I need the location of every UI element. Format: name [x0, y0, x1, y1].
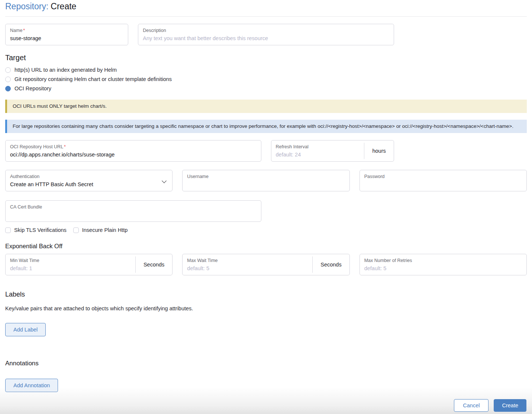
- refresh-interval-field[interactable]: Refresh Interval hours: [271, 140, 394, 162]
- radio-button-icon[interactable]: [5, 86, 11, 91]
- description-input[interactable]: [143, 33, 389, 41]
- row-name-description: Name* Description: [5, 24, 527, 45]
- oci-url-label: OCI Repository Host URL*: [10, 144, 257, 150]
- repository-create-page: Repository:Create Name* Description Targ…: [0, 0, 532, 392]
- name-label: Name*: [10, 28, 123, 33]
- max-wait-field[interactable]: Max Wait Time Seconds: [182, 254, 349, 275]
- page-title: Repository:Create: [5, 1, 527, 12]
- labels-heading: Labels: [5, 291, 527, 298]
- ca-cert-field[interactable]: CA Cert Bundle: [5, 200, 261, 222]
- insecure-http-checkbox-item[interactable]: Insecure Plain Http: [73, 227, 128, 233]
- row-ca-cert: CA Cert Bundle: [5, 200, 527, 222]
- name-input[interactable]: [10, 33, 123, 41]
- description-field[interactable]: Description: [138, 24, 394, 45]
- radio-button-icon[interactable]: [5, 77, 11, 82]
- refresh-interval-input[interactable]: [276, 150, 360, 158]
- create-button[interactable]: Create: [494, 399, 526, 412]
- backoff-heading: Exponential Back Off: [5, 243, 527, 250]
- checkbox-label: Insecure Plain Http: [82, 227, 128, 233]
- page-title-resource: Repository:: [5, 1, 48, 11]
- target-option-git[interactable]: Git repository containing Helm chart or …: [5, 76, 527, 82]
- username-label: Username: [187, 174, 345, 179]
- max-wait-main: Max Wait Time: [183, 254, 312, 275]
- ca-cert-label: CA Cert Bundle: [10, 204, 257, 210]
- min-wait-main: Min Wait Time: [6, 254, 135, 275]
- radio-button-icon[interactable]: [5, 67, 11, 73]
- form-footer: Cancel Create: [0, 387, 532, 414]
- skip-tls-checkbox-item[interactable]: Skip TLS Verifications: [5, 227, 67, 233]
- row-authentication: Authentication Create an HTTP Basic Auth…: [5, 170, 527, 191]
- annotations-heading: Annotations: [5, 360, 527, 367]
- page-header: Repository:Create: [5, 1, 527, 17]
- warning-banner: OCI URLs must ONLY target helm chart/s.: [5, 100, 527, 113]
- tls-options-row: Skip TLS Verifications Insecure Plain Ht…: [5, 227, 527, 233]
- refresh-interval-label: Refresh Interval: [276, 144, 360, 150]
- password-input[interactable]: [364, 179, 522, 187]
- max-wait-label: Max Wait Time: [187, 258, 308, 263]
- target-option-http[interactable]: http(s) URL to an index generated by Hel…: [5, 67, 527, 73]
- authentication-label: Authentication: [10, 174, 168, 179]
- oci-url-field[interactable]: OCI Repository Host URL*: [5, 140, 261, 162]
- max-wait-input[interactable]: [187, 263, 308, 271]
- max-retries-field[interactable]: Max Number of Retries: [359, 254, 527, 275]
- description-label: Description: [143, 28, 389, 33]
- authentication-value: Create an HTTP Basic Auth Secret: [10, 179, 168, 187]
- authentication-select[interactable]: Authentication Create an HTTP Basic Auth…: [5, 170, 173, 191]
- max-retries-label: Max Number of Retries: [364, 258, 522, 263]
- username-field[interactable]: Username: [182, 170, 349, 191]
- info-banner: For large repositories containing many c…: [5, 120, 527, 133]
- username-input[interactable]: [187, 179, 345, 187]
- radio-label: http(s) URL to an index generated by Hel…: [14, 67, 117, 73]
- password-label: Password: [364, 174, 522, 179]
- max-wait-unit: Seconds: [312, 256, 349, 273]
- refresh-interval-main: Refresh Interval: [271, 140, 364, 161]
- target-heading: Target: [5, 54, 527, 62]
- checkbox-icon[interactable]: [73, 227, 79, 233]
- row-oci-url: OCI Repository Host URL* Refresh Interva…: [5, 140, 527, 162]
- refresh-interval-unit: hours: [364, 143, 393, 159]
- add-label-button[interactable]: Add Label: [5, 323, 46, 336]
- cancel-button[interactable]: Cancel: [454, 399, 489, 412]
- min-wait-label: Min Wait Time: [10, 258, 131, 263]
- min-wait-input[interactable]: [10, 263, 131, 271]
- checkbox-label: Skip TLS Verifications: [14, 227, 67, 233]
- target-option-oci[interactable]: OCI Repository: [5, 85, 527, 91]
- checkbox-icon[interactable]: [5, 227, 11, 233]
- name-field[interactable]: Name*: [5, 24, 128, 45]
- row-backoff: Min Wait Time Seconds Max Wait Time Seco…: [5, 254, 527, 275]
- required-asterisk: *: [23, 28, 25, 33]
- page-title-action: Create: [51, 1, 76, 11]
- radio-label: Git repository containing Helm chart or …: [14, 76, 172, 82]
- ca-cert-input[interactable]: [10, 210, 257, 218]
- min-wait-unit: Seconds: [135, 256, 172, 273]
- radio-label: OCI Repository: [14, 85, 51, 91]
- min-wait-field[interactable]: Min Wait Time Seconds: [5, 254, 173, 275]
- max-retries-input[interactable]: [364, 263, 522, 271]
- oci-url-input[interactable]: [10, 150, 257, 158]
- labels-description: Key/value pairs that are attached to obj…: [5, 305, 527, 311]
- required-asterisk: *: [64, 144, 66, 149]
- password-field[interactable]: Password: [359, 170, 527, 191]
